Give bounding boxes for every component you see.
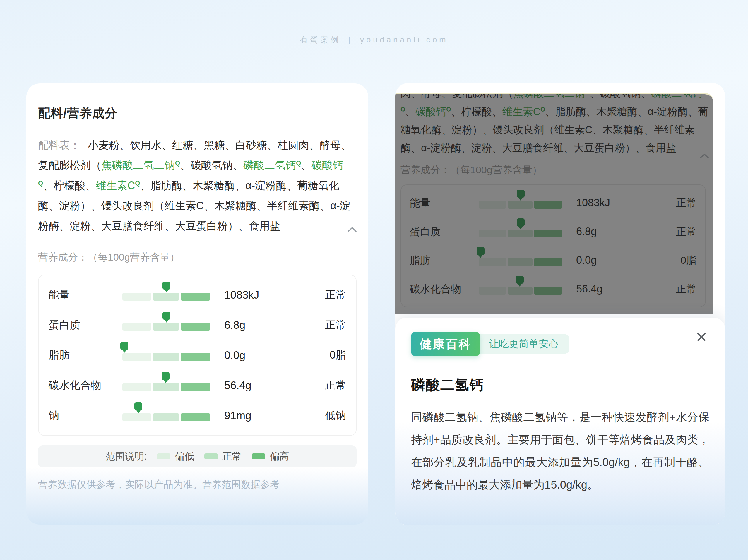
nutrient-range-bar — [479, 201, 562, 209]
ingredients-list-label: 配料表： — [38, 139, 80, 151]
nutrient-status: 0脂 — [653, 254, 697, 267]
legend-label: 范围说明: — [106, 450, 147, 463]
ingredient-text: 、 — [301, 159, 311, 171]
legend-swatch-normal — [204, 453, 218, 459]
query-superscript-icon[interactable]: Q — [135, 180, 140, 187]
table-row: 脂肪 0.0g 0脂 — [410, 246, 697, 275]
nutrition-disclaimer: 营养数据仅供参考，实际以产品为准。营养范围数据参考 — [38, 478, 356, 491]
ingredient-additive-link[interactable]: 焦磷酸二氢二钠 — [513, 93, 585, 99]
ingredient-additive-link[interactable]: 维生素C — [96, 180, 135, 191]
query-superscript-icon[interactable]: Q — [540, 106, 545, 112]
range-legend: 范围说明: 偏低 正常 偏高 — [38, 445, 356, 467]
nutrient-name: 脂肪 — [410, 254, 479, 267]
nutrient-value: 0.0g — [562, 254, 653, 266]
nutrient-status: 正常 — [302, 318, 346, 332]
ingredient-text: 、 — [405, 106, 416, 117]
table-row: 能量 1083kJ 正常 — [49, 280, 346, 310]
ingredient-text: 肉、酵母、复配膨松剂（ — [400, 93, 513, 99]
query-superscript-icon[interactable]: Q — [38, 180, 43, 187]
nutrient-range-bar — [122, 323, 210, 331]
nutrient-name: 蛋白质 — [49, 318, 122, 332]
nutrient-value: 1083kJ — [210, 289, 302, 301]
ingredient-additive-link[interactable]: 焦磷酸二氢二钠 — [101, 159, 175, 171]
ingredient-text: 、脂肪酶、木聚糖酶、α-淀粉酶、葡糖氧化酶、淀粉）、馒头改良剂（维生素C、木聚糖… — [400, 106, 708, 154]
ingredient-additive-link[interactable]: 磷酸二氢钙 — [651, 93, 702, 99]
legend-item-normal: 正常 — [204, 450, 242, 463]
page-title: 配料/营养成分 — [38, 105, 356, 121]
modal-body-text: 同磷酸二氢钠、焦磷酸二氢钠等，是一种快速发酵剂+水分保持剂+品质改良剂。主要用于… — [411, 406, 709, 496]
nutrition-section-label-dimmed: 营养成分：（每100g营养含量） — [400, 163, 708, 177]
close-icon[interactable]: ✕ — [695, 330, 708, 345]
query-superscript-icon[interactable]: Q — [585, 93, 590, 94]
nutrient-status: 低钠 — [302, 409, 346, 423]
table-row: 碳水化合物 56.4g 正常 — [49, 370, 346, 400]
health-encyclopedia-modal: 健康百科 让吃更简单安心 ✕ 磷酸二氢钙 同磷酸二氢钠、焦磷酸二氢钠等，是一种快… — [395, 318, 725, 526]
ingredients-nutrition-card: 配料/营养成分 配料表：小麦粉、饮用水、红糖、黑糖、白砂糖、桂圆肉、酵母、复配膨… — [26, 84, 368, 524]
nutrient-name: 碳水化合物 — [49, 378, 122, 393]
legend-item-label: 偏低 — [175, 450, 194, 463]
health-encyclopedia-badge: 健康百科 — [411, 332, 480, 356]
query-superscript-icon[interactable]: Q — [175, 159, 180, 167]
nutrient-name: 蛋白质 — [410, 225, 479, 239]
dimmed-background-content: 肉、酵母、复配膨松剂（焦磷酸二氢二钠Q、碳酸氢钠、磷酸二氢钙Q、碳酸钙Q、柠檬酸… — [395, 93, 714, 313]
nutrient-name: 能量 — [49, 288, 122, 302]
ingredient-additive-link[interactable]: 维生素C — [502, 106, 540, 117]
table-row: 钠 91mg 低钠 — [49, 400, 346, 430]
ingredients-text: 肉、酵母、复配膨松剂（焦磷酸二氢二钠Q、碳酸氢钠、磷酸二氢钙Q、碳酸钙Q、柠檬酸… — [400, 93, 708, 154]
nutrient-range-bar — [479, 287, 562, 295]
nutrient-marker — [517, 218, 524, 226]
table-row: 蛋白质 6.8g 正常 — [49, 310, 346, 340]
nutrient-name: 能量 — [410, 196, 479, 210]
ingredients-text: 小麦粉、饮用水、红糖、黑糖、白砂糖、桂圆肉、酵母、复配膨松剂（焦磷酸二氢二钠Q、… — [38, 139, 351, 232]
table-row: 蛋白质 6.8g 正常 — [410, 217, 697, 246]
table-row: 碳水化合物 56.4g 正常 — [410, 275, 697, 303]
nutrient-range-bar — [479, 258, 562, 266]
collapse-chevron-icon[interactable] — [347, 226, 357, 234]
nutrient-range-bar — [122, 293, 210, 301]
legend-item-label: 正常 — [223, 450, 242, 463]
nutrient-marker — [516, 276, 524, 284]
legend-item-high: 偏高 — [252, 450, 289, 463]
legend-item-label: 偏高 — [270, 450, 289, 463]
nutrient-range-bar — [122, 383, 210, 391]
nutrient-status: 正常 — [653, 225, 697, 239]
nutrient-status: 0脂 — [302, 348, 346, 363]
table-row: 能量 1083kJ 正常 — [410, 188, 697, 217]
ingredients-paragraph: 配料表：小麦粉、饮用水、红糖、黑糖、白砂糖、桂圆肉、酵母、复配膨松剂（焦磷酸二氢… — [38, 135, 358, 236]
nutrient-status: 正常 — [653, 196, 697, 210]
nutrient-value: 1083kJ — [562, 197, 653, 209]
nutrient-marker — [162, 372, 169, 380]
nutrient-marker — [517, 190, 524, 197]
modal-header: 健康百科 让吃更简单安心 ✕ — [411, 332, 709, 356]
ingredients-paragraph-dimmed: 肉、酵母、复配膨松剂（焦磷酸二氢二钠Q、碳酸氢钠、磷酸二氢钙Q、碳酸钙Q、柠檬酸… — [400, 93, 710, 157]
nutrient-value: 6.8g — [210, 319, 302, 331]
query-superscript-icon[interactable]: Q — [400, 106, 405, 112]
query-superscript-icon[interactable]: Q — [446, 106, 451, 112]
dimmed-page-with-modal: 肉、酵母、复配膨松剂（焦磷酸二氢二钠Q、碳酸氢钠、磷酸二氢钙Q、碳酸钙Q、柠檬酸… — [395, 83, 725, 526]
nutrient-range-bar — [122, 353, 210, 361]
query-superscript-icon[interactable]: Q — [296, 159, 301, 167]
nutrient-status: 正常 — [302, 288, 346, 302]
ingredient-additive-link[interactable]: 磷酸二氢钙 — [243, 159, 296, 171]
nutrient-range-bar — [122, 413, 210, 421]
ingredient-additive-link[interactable]: 碳酸钙 — [416, 106, 446, 117]
nutrition-table-dimmed: 能量 1083kJ 正常 蛋白质 6.8g 正常 脂肪 0.0g 0脂 碳水化合… — [400, 184, 706, 307]
ingredient-text: 、柠檬酸、 — [43, 180, 96, 191]
nutrient-status: 正常 — [653, 282, 697, 296]
nutrient-value: 0.0g — [210, 349, 302, 361]
ingredient-additive-link[interactable]: 碳酸钙 — [311, 159, 343, 171]
legend-item-low: 偏低 — [157, 450, 194, 463]
ingredient-text: 、碳酸氢钠、 — [590, 93, 651, 99]
nutrient-marker — [476, 247, 485, 255]
nutrition-table: 能量 1083kJ 正常 蛋白质 6.8g 正常 脂肪 0.0g 0脂 碳水化合… — [38, 275, 356, 436]
nutrient-status: 正常 — [302, 378, 346, 393]
watermark: 有蛋案例 ｜ youdananli.com — [0, 34, 748, 45]
nutrient-range-bar — [479, 230, 562, 237]
collapse-chevron-icon — [699, 147, 709, 155]
ingredient-text: 、柠檬酸、 — [451, 106, 502, 117]
nutrient-value: 91mg — [210, 410, 302, 422]
nutrient-marker — [120, 342, 128, 350]
ingredient-text: 、碳酸氢钠、 — [180, 159, 243, 171]
modal-title: 磷酸二氢钙 — [411, 376, 709, 394]
nutrition-section-label: 营养成分：（每100g营养含量） — [38, 251, 356, 264]
